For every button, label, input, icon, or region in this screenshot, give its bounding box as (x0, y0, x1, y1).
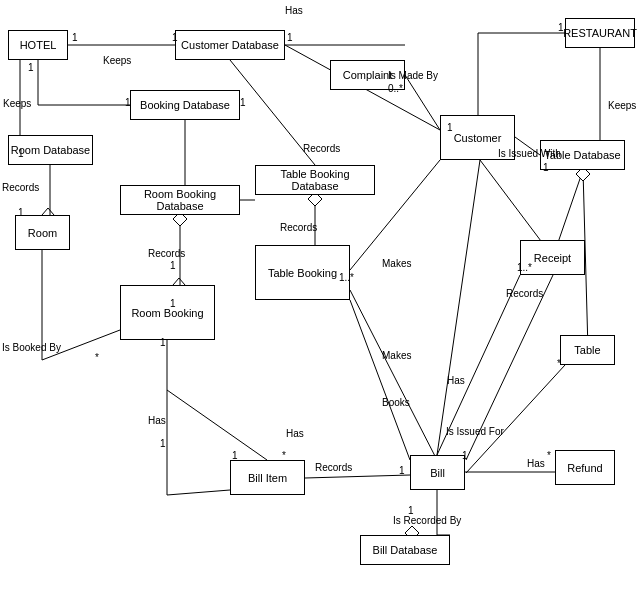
has-label-top: Has (285, 5, 303, 16)
uml-diagram: HOTEL Customer Database RESTAURANT Compl… (0, 0, 643, 599)
has-label-3: Has (286, 428, 304, 439)
keeps-label-2: Keeps (3, 98, 31, 109)
table-booking-box: Table Booking (255, 245, 350, 300)
bill-item-label: Bill Item (248, 472, 287, 484)
receipt-label: Receipt (534, 252, 571, 264)
booking-db-box: Booking Database (130, 90, 240, 120)
table-booking-db-box: Table Booking Database (255, 165, 375, 195)
complaint-label: Complaint (343, 69, 393, 81)
records-label-5: Records (506, 288, 543, 299)
records-label-3: Records (148, 248, 185, 259)
svg-line-14 (350, 300, 410, 460)
restaurant-box: RESTAURANT (565, 18, 635, 48)
room-box: Room (15, 215, 70, 250)
customer-db-box: Customer Database (175, 30, 285, 60)
hotel-label: HOTEL (20, 39, 57, 51)
has-label-2: Has (447, 375, 465, 386)
books-label: Books (382, 397, 410, 408)
customer-db-label: Customer Database (181, 39, 279, 51)
room-booking-box: Room Booking (120, 285, 215, 340)
is-booked-by-label: Is Booked By (2, 342, 61, 353)
is-made-by-label: Is Made By (388, 70, 438, 81)
has-label-5: Has (148, 415, 166, 426)
bill-item-box: Bill Item (230, 460, 305, 495)
hotel-box: HOTEL (8, 30, 68, 60)
is-issued-for-label: Is Issued For (446, 426, 504, 437)
refund-box: Refund (555, 450, 615, 485)
bill-database-label: Bill Database (373, 544, 438, 556)
booking-db-label: Booking Database (140, 99, 230, 111)
svg-line-29 (167, 390, 267, 460)
keeps-label-1: Keeps (103, 55, 131, 66)
room-booking-label: Room Booking (131, 307, 203, 319)
bill-box: Bill (410, 455, 465, 490)
restaurant-label: RESTAURANT (563, 27, 637, 39)
keeps-label-3: Keeps (608, 100, 636, 111)
table-booking-db-label: Table Booking Database (256, 168, 374, 192)
svg-line-35 (405, 75, 440, 130)
records-label-1: Records (2, 182, 39, 193)
refund-label: Refund (567, 462, 602, 474)
table-booking-label: Table Booking (268, 267, 337, 279)
table-box: Table (560, 335, 615, 365)
svg-line-28 (167, 490, 230, 495)
svg-line-30 (305, 475, 410, 478)
room-booking-db-box: Room Booking Database (120, 185, 240, 215)
makes-label-2: Makes (382, 350, 411, 361)
is-recorded-by-label: Is Recorded By (393, 515, 461, 526)
room-label: Room (28, 227, 57, 239)
is-issued-with-label: Is Issued With (498, 148, 561, 159)
svg-line-15 (350, 290, 437, 460)
svg-line-26 (437, 160, 480, 455)
bill-label: Bill (430, 467, 445, 479)
has-label-4: Has (527, 458, 545, 469)
makes-label-1: Makes (382, 258, 411, 269)
records-label-6: Records (315, 462, 352, 473)
records-label-2: Records (303, 143, 340, 154)
room-booking-db-label: Room Booking Database (121, 188, 239, 212)
bill-database-box: Bill Database (360, 535, 450, 565)
customer-label: Customer (454, 132, 502, 144)
records-label-4: Records (280, 222, 317, 233)
made-by-mult: 0..* (388, 83, 403, 94)
table-label: Table (574, 344, 600, 356)
